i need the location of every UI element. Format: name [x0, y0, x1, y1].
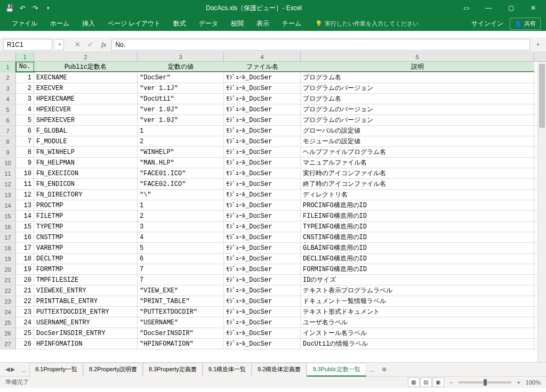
undo-icon[interactable]: ↶ [18, 4, 27, 12]
cell[interactable]: ﾓｼﾞｭｰﾙ_DocSer [224, 115, 301, 125]
cell[interactable]: PRINTTABLE_ENTRY [34, 296, 138, 306]
header-cell[interactable]: 定数の値 [138, 62, 224, 72]
cell[interactable]: ﾓｼﾞｭｰﾙ_DocSer [224, 179, 301, 189]
cell[interactable]: 19 [16, 264, 34, 274]
row-header[interactable]: 2 [0, 72, 16, 83]
cell[interactable]: 3 [16, 94, 34, 104]
row-header[interactable]: 11 [0, 168, 16, 179]
cell[interactable]: モジュールの設定値 [301, 136, 534, 146]
sheet-tabs-overflow-left[interactable]: ... [18, 366, 29, 373]
cell[interactable]: PROCINFO構造用のID [301, 200, 534, 210]
minimize-button[interactable]: — [478, 1, 499, 15]
sheet-nav-prev[interactable]: ◀ [5, 366, 10, 373]
cell[interactable]: ﾓｼﾞｭｰﾙ_DocSer [224, 243, 301, 253]
vertical-scrollbar[interactable] [537, 62, 546, 362]
cell[interactable]: HPINFOMATION [34, 339, 138, 349]
cell[interactable]: ﾓｼﾞｭｰﾙ_DocSer [224, 136, 301, 146]
cell[interactable]: 3 [138, 222, 224, 232]
col-header[interactable]: 5 [301, 52, 534, 61]
cell[interactable]: 26 [16, 339, 34, 349]
cell[interactable]: ﾓｼﾞｭｰﾙ_DocSer [224, 200, 301, 210]
cell[interactable]: グローバルの設定値 [301, 126, 534, 136]
cell[interactable]: HPEXECVER [34, 104, 138, 115]
cell[interactable]: "PRINT_TABLE" [138, 296, 224, 306]
redo-icon[interactable]: ↷ [31, 4, 39, 12]
name-box[interactable]: R1C1 [3, 39, 52, 51]
row-header[interactable]: 15 [0, 211, 16, 222]
header-cell[interactable]: 説明 [301, 62, 534, 72]
cell[interactable]: プログラム名 [301, 94, 534, 104]
cell[interactable]: 16 [16, 232, 34, 242]
col-header[interactable]: 3 [138, 52, 224, 61]
cell[interactable]: ﾓｼﾞｭｰﾙ_DocSer [224, 328, 301, 338]
cell[interactable]: FN_ENDICON [34, 179, 138, 189]
cell[interactable]: ﾓｼﾞｭｰﾙ_DocSer [224, 264, 301, 274]
cell[interactable]: 1 [16, 72, 34, 83]
cell[interactable]: HPEXECNAME [34, 94, 138, 104]
sheet-tabs-overflow-right[interactable]: ... [366, 366, 378, 373]
header-cell[interactable]: ファイル名 [224, 62, 301, 72]
cell[interactable]: SHPEXECVER [34, 115, 138, 125]
row-header[interactable]: 24 [0, 307, 16, 317]
qat-customize-icon[interactable]: ▾ [44, 4, 52, 12]
cancel-formula-button[interactable]: ✕ [71, 39, 83, 51]
row-header[interactable]: 20 [0, 264, 16, 275]
ribbon-tab[interactable]: ファイル [5, 17, 44, 30]
cell[interactable]: ﾓｼﾞｭｰﾙ_DocSer [224, 94, 301, 104]
normal-view-button[interactable]: ▦ [408, 378, 420, 387]
cell[interactable]: ﾓｼﾞｭｰﾙ_DocSer [224, 104, 301, 115]
row-header[interactable]: 21 [0, 275, 16, 285]
cell[interactable]: F_MODULE [34, 136, 138, 146]
cell[interactable]: 2 [138, 211, 224, 221]
zoom-slider[interactable] [458, 381, 511, 383]
cell[interactable]: 13 [16, 200, 34, 210]
cell[interactable]: 24 [16, 317, 34, 328]
row-header[interactable]: 27 [0, 339, 16, 349]
ribbon-tab[interactable]: 表示 [250, 17, 276, 30]
sheet-nav-next[interactable]: ▶ [11, 366, 15, 373]
row-header[interactable]: 7 [0, 126, 16, 136]
cell[interactable]: 5 [16, 115, 34, 125]
expand-formula-bar[interactable]: ▾ [533, 42, 543, 47]
row-header[interactable]: 25 [0, 317, 16, 328]
cell[interactable]: ﾓｼﾞｭｰﾙ_DocSer [224, 307, 301, 317]
sheet-tab[interactable]: 8.1Property一覧 [29, 363, 83, 377]
cell[interactable]: テキスト形式ドキュメント [301, 307, 534, 317]
cell[interactable]: DocUtilの情報ラベル [301, 339, 534, 349]
fx-icon[interactable]: fx [101, 40, 106, 49]
col-header[interactable]: 2 [34, 52, 138, 61]
cell[interactable]: "FACE01.ICO" [138, 168, 224, 178]
cell[interactable]: CNSTTMP [34, 232, 138, 242]
select-all-corner[interactable] [0, 52, 16, 61]
cell[interactable]: ﾓｼﾞｭｰﾙ_DocSer [224, 168, 301, 178]
cell[interactable]: FORMINFO構造用のID [301, 264, 534, 274]
cell[interactable]: "WINHELP" [138, 147, 224, 157]
cell[interactable]: 10 [16, 168, 34, 178]
row-header[interactable]: 4 [0, 94, 16, 104]
page-layout-view-button[interactable]: ▤ [420, 378, 432, 387]
cell[interactable]: FN_HELPMAN [34, 158, 138, 168]
close-button[interactable]: ✕ [523, 1, 544, 15]
cell[interactable]: "\" [138, 190, 224, 200]
cell[interactable]: ﾓｼﾞｭｰﾙ_DocSer [224, 126, 301, 136]
row-header[interactable]: 9 [0, 147, 16, 158]
cell[interactable]: ディレクトリ名 [301, 190, 534, 200]
cell[interactable]: 1 [138, 126, 224, 136]
cell[interactable]: GLBAINFO構造用のID [301, 243, 534, 253]
ribbon-tab[interactable]: ページ レイアウト [101, 17, 167, 30]
sheet-tab[interactable]: 9.2構造体定義書 [252, 363, 307, 377]
cell[interactable]: ﾓｼﾞｭｰﾙ_DocSer [224, 222, 301, 232]
header-cell[interactable]: No. [16, 62, 34, 72]
cell[interactable]: "DocSer" [138, 72, 224, 83]
cell[interactable]: F_GLOBAL [34, 126, 138, 136]
zoom-level[interactable]: 100% [526, 379, 541, 386]
cell[interactable]: CNSTINFO構造用のID [301, 232, 534, 242]
cell[interactable]: PROCTMP [34, 200, 138, 210]
cell[interactable]: "FACE02.ICO" [138, 179, 224, 189]
cell[interactable]: 7 [138, 264, 224, 274]
cell[interactable]: 21 [16, 285, 34, 296]
cell[interactable]: ﾓｼﾞｭｰﾙ_DocSer [224, 285, 301, 296]
cell[interactable]: "USERNAME" [138, 317, 224, 328]
cell[interactable]: EXECNAME [34, 72, 138, 83]
share-button[interactable]: 👤 共有 [510, 18, 541, 30]
